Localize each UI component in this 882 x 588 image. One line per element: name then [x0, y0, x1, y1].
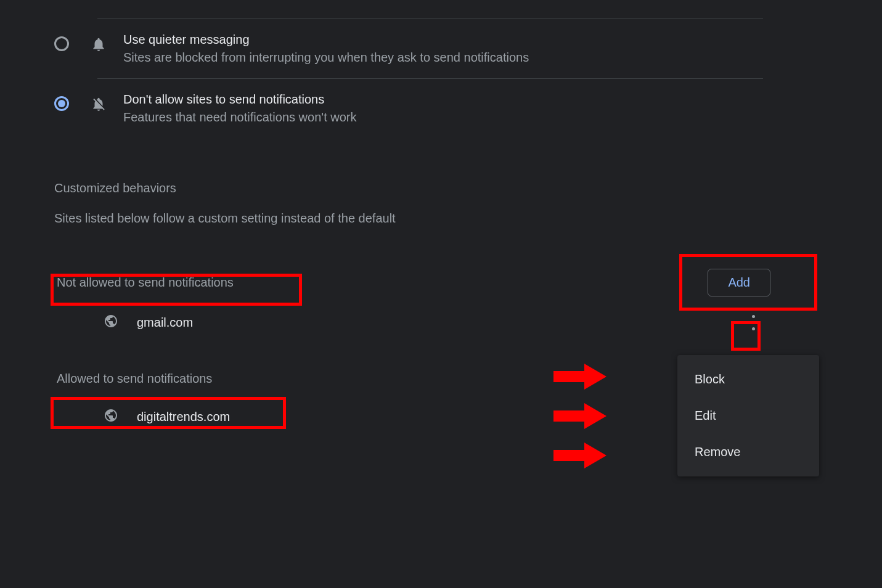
globe-icon — [104, 408, 118, 425]
option-desc: Features that need notifications won't w… — [123, 110, 356, 125]
globe-icon — [104, 314, 118, 331]
menu-item-edit[interactable]: Edit — [677, 398, 819, 434]
site-row: gmail.com — [54, 296, 777, 348]
customized-behaviors-sub: Sites listed below follow a custom setti… — [54, 211, 777, 226]
divider — [97, 18, 763, 19]
arrow-icon — [553, 443, 609, 468]
add-button[interactable]: Add — [708, 269, 770, 296]
not-allowed-label: Not allowed to send notifications — [54, 271, 236, 295]
option-desc: Sites are blocked from interrupting you … — [123, 51, 529, 65]
bell-off-icon — [86, 96, 111, 112]
more-actions-menu: Block Edit Remove — [677, 355, 819, 476]
site-label: gmail.com — [137, 316, 193, 330]
option-dont-allow[interactable]: Don't allow sites to send notifications … — [54, 89, 777, 138]
allowed-header: Allowed to send notifications — [54, 367, 777, 391]
radio-unselected-icon[interactable] — [54, 36, 69, 51]
more-actions-button[interactable] — [742, 311, 764, 333]
not-allowed-header: Not allowed to send notifications Add — [54, 269, 777, 296]
customized-behaviors-heading: Customized behaviors — [54, 181, 777, 195]
option-title: Use quieter messaging — [123, 33, 529, 47]
menu-item-block[interactable]: Block — [677, 361, 819, 398]
option-title: Don't allow sites to send notifications — [123, 92, 356, 107]
option-quieter-messaging[interactable]: Use quieter messaging Sites are blocked … — [54, 29, 777, 78]
divider — [97, 78, 763, 79]
bell-icon — [86, 36, 111, 52]
allowed-label: Allowed to send notifications — [54, 367, 214, 391]
menu-item-remove[interactable]: Remove — [677, 434, 819, 470]
radio-selected-icon[interactable] — [54, 96, 69, 111]
more-vert-icon — [752, 315, 755, 330]
site-row: digitaltrends.com — [54, 391, 777, 443]
site-label: digitaltrends.com — [137, 410, 230, 424]
